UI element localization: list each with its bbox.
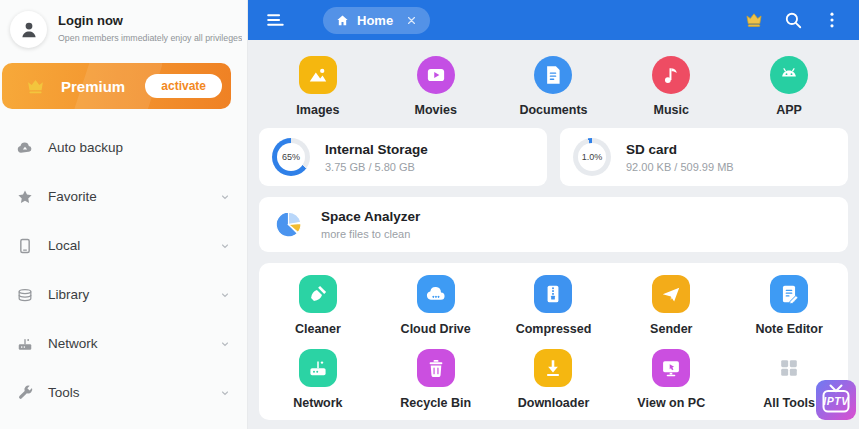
- storage-card[interactable]: 1.0% SD card 92.00 KB / 509.99 MB: [560, 128, 848, 186]
- login-title: Login now: [58, 13, 242, 28]
- tool-label: Network: [293, 396, 342, 410]
- sidebar-item-label: Local: [48, 238, 80, 253]
- category-label: Images: [296, 103, 339, 117]
- close-icon[interactable]: [405, 14, 418, 27]
- tool-item[interactable]: Cloud Drive: [377, 275, 495, 336]
- search-icon[interactable]: [782, 9, 804, 31]
- category-label: Music: [654, 103, 689, 117]
- view-on-pc-icon: [658, 355, 684, 381]
- sidebar: Login now Open members immediately enjoy…: [0, 0, 248, 429]
- tool-label: Note Editor: [755, 322, 822, 336]
- images-icon: [305, 62, 331, 88]
- app-icon: [776, 62, 802, 88]
- compressed-icon: [540, 281, 566, 307]
- tool-label: All Tools: [763, 396, 815, 410]
- cloud-backup-icon: [15, 138, 35, 158]
- downloader-icon: [540, 355, 566, 381]
- sidebar-item-label: Tools: [48, 385, 80, 400]
- tool-item[interactable]: Recycle Bin: [377, 349, 495, 410]
- tools-panel: Cleaner Cloud Drive Compressed: [259, 263, 848, 420]
- tool-badge: [770, 349, 808, 387]
- login-row[interactable]: Login now Open members immediately enjoy…: [0, 0, 247, 58]
- home-icon: [335, 13, 350, 28]
- space-analyzer-card[interactable]: Space Analyzer more files to clean: [259, 197, 848, 252]
- tool-badge: [534, 349, 572, 387]
- storage-ring: 65%: [272, 138, 310, 176]
- tab-home[interactable]: Home: [323, 7, 430, 34]
- chevron-down-icon: [219, 338, 231, 350]
- category-item[interactable]: Music: [612, 56, 730, 117]
- activate-button[interactable]: activate: [145, 74, 222, 98]
- iptv-watermark: IPTV: [816, 380, 856, 420]
- chevron-down-icon: [219, 289, 231, 301]
- star-icon: [15, 187, 35, 207]
- tool-item[interactable]: Sender: [612, 275, 730, 336]
- premium-banner[interactable]: Premium activate: [2, 63, 231, 109]
- tool-label: View on PC: [637, 396, 705, 410]
- storage-usage: 92.00 KB / 509.99 MB: [626, 161, 734, 173]
- person-icon: [17, 18, 41, 42]
- category-label: Documents: [519, 103, 587, 117]
- storage-card[interactable]: 65% Internal Storage 3.75 GB / 5.80 GB: [259, 128, 547, 186]
- menu-icon[interactable]: [264, 9, 286, 31]
- tool-item[interactable]: Downloader: [495, 349, 613, 410]
- sidebar-item-label: Library: [48, 287, 89, 302]
- tool-badge: [299, 275, 337, 313]
- category-row: Images Movies Documents Music: [259, 47, 848, 117]
- recycle-bin-icon: [423, 355, 449, 381]
- category-badge: [534, 56, 572, 94]
- cleaner-icon: [305, 281, 331, 307]
- tool-badge: [770, 275, 808, 313]
- tool-item[interactable]: View on PC: [612, 349, 730, 410]
- category-badge: [770, 56, 808, 94]
- tool-badge: [299, 349, 337, 387]
- sidebar-item[interactable]: Library: [0, 270, 247, 319]
- more-icon[interactable]: [821, 9, 843, 31]
- library-icon: [15, 285, 35, 305]
- category-badge: [652, 56, 690, 94]
- file-manager-app: Login now Open members immediately enjoy…: [0, 0, 859, 429]
- tool-label: Cleaner: [295, 322, 341, 336]
- category-item[interactable]: Documents: [495, 56, 613, 117]
- storage-title: Internal Storage: [325, 142, 428, 157]
- tool-item[interactable]: Compressed: [495, 275, 613, 336]
- tool-label: Cloud Drive: [401, 322, 471, 336]
- all-tools-icon: [776, 355, 802, 381]
- premium-crown-icon[interactable]: [743, 9, 765, 31]
- pie-chart-icon: [272, 208, 305, 241]
- tool-item[interactable]: Cleaner: [259, 275, 377, 336]
- tool-badge: [417, 275, 455, 313]
- tool-item[interactable]: Network: [259, 349, 377, 410]
- sidebar-item[interactable]: Network: [0, 319, 247, 368]
- home-content: Images Movies Documents Music: [248, 40, 859, 429]
- premium-label: Premium: [61, 78, 125, 95]
- sidebar-item[interactable]: Auto backup: [0, 123, 247, 172]
- category-item[interactable]: APP: [730, 56, 848, 117]
- category-item[interactable]: Movies: [377, 56, 495, 117]
- tool-badge: [652, 349, 690, 387]
- storage-ring: 1.0%: [573, 138, 611, 176]
- network-tool-icon: [305, 355, 331, 381]
- crown-icon: [24, 75, 47, 98]
- login-subtitle: Open members immediately enjoy all privi…: [58, 33, 242, 43]
- sidebar-item[interactable]: Favorite: [0, 172, 247, 221]
- storage-row: 65% Internal Storage 3.75 GB / 5.80 GB 1…: [259, 128, 848, 186]
- chevron-down-icon: [219, 191, 231, 203]
- storage-percent: 65%: [272, 138, 310, 176]
- category-badge: [299, 56, 337, 94]
- storage-title: SD card: [626, 142, 734, 157]
- cloud-drive-icon: [423, 281, 449, 307]
- storage-usage: 3.75 GB / 5.80 GB: [325, 161, 428, 173]
- tool-label: Compressed: [516, 322, 592, 336]
- tool-badge: [534, 275, 572, 313]
- sidebar-item-label: Favorite: [48, 189, 97, 204]
- tool-item[interactable]: Note Editor: [730, 275, 848, 336]
- category-item[interactable]: Images: [259, 56, 377, 117]
- sidebar-item[interactable]: Local: [0, 221, 247, 270]
- tool-badge: [652, 275, 690, 313]
- music-icon: [658, 62, 684, 88]
- sidebar-item[interactable]: Tools: [0, 368, 247, 417]
- watermark-label: IPTV: [816, 395, 856, 407]
- tool-badge: [417, 349, 455, 387]
- documents-icon: [540, 62, 566, 88]
